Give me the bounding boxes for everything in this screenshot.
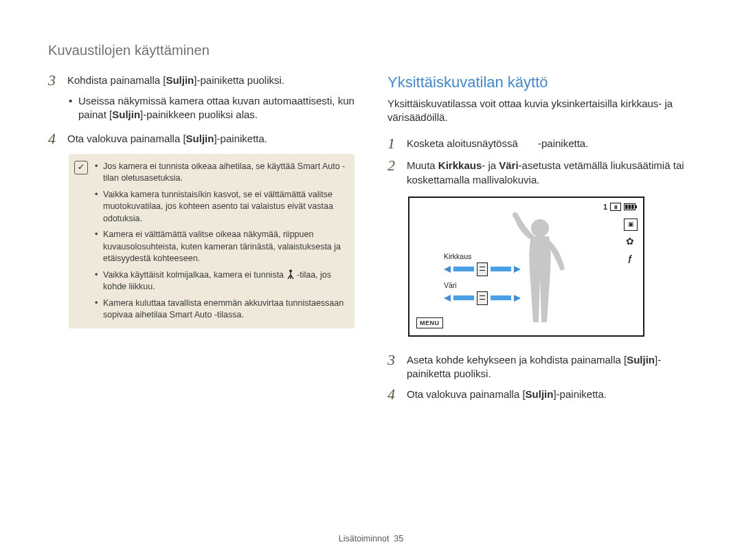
right-step-1: 1 Kosketa aloitusnäytössä -painiketta. bbox=[387, 135, 694, 152]
step-number: 3 bbox=[387, 352, 398, 381]
arrow-right-icon bbox=[514, 266, 521, 273]
arrow-left-icon bbox=[444, 266, 451, 273]
step-number: 3 bbox=[48, 72, 59, 89]
bold-kirkkaus: Kirkkaus bbox=[438, 159, 482, 171]
svg-rect-10 bbox=[629, 205, 631, 209]
note-item: Kamera ei välttämättä valitse oikeaa näk… bbox=[95, 229, 346, 265]
left-step3-subbullet: Useissa näkymissä kamera ottaa kuvan aut… bbox=[69, 94, 355, 122]
slider-labels: Kirkkaus Väri bbox=[444, 251, 521, 305]
step-text: Aseta kohde kehykseen ja kohdista painam… bbox=[407, 352, 694, 381]
shot-count: 1 bbox=[603, 202, 607, 212]
text: - ja bbox=[482, 159, 499, 171]
note-icon: ✓ bbox=[74, 161, 88, 175]
step-number: 2 bbox=[387, 157, 398, 187]
svg-rect-11 bbox=[631, 205, 634, 209]
step-text: Muuta Kirkkaus- ja Väri-asetusta vetämäl… bbox=[407, 157, 694, 187]
right-step-2: 2 Muuta Kirkkaus- ja Väri-asetusta vetäm… bbox=[387, 157, 694, 187]
bold-suljin: Suljin bbox=[526, 388, 554, 400]
status-bar: 1 Ⅲ bbox=[603, 202, 638, 212]
text: Vaikka käyttäisit kolmijalkaa, kamera ei… bbox=[103, 270, 286, 280]
slider-track bbox=[491, 295, 511, 300]
text: Kohdista painamalla [ bbox=[67, 74, 166, 86]
text: Ota valokuva painamalla [ bbox=[407, 388, 526, 400]
footer-page-number: 35 bbox=[394, 534, 403, 544]
bold-suljin: Suljin bbox=[166, 74, 194, 86]
svg-point-0 bbox=[289, 269, 292, 272]
svg-rect-9 bbox=[625, 205, 628, 209]
right-icon-stack: ▣ ✿ ƒ bbox=[624, 219, 638, 264]
tripod-icon bbox=[286, 269, 295, 279]
slider-track bbox=[491, 267, 511, 271]
footer-section: Lisätoiminnot bbox=[339, 534, 390, 544]
bold-suljin: Suljin bbox=[627, 354, 655, 366]
note-item: Vaikka käyttäisit kolmijalkaa, kamera ei… bbox=[95, 269, 346, 293]
slider-track bbox=[453, 267, 474, 271]
note-item: Kamera kuluttaa tavallista enemmän akkuv… bbox=[95, 298, 346, 322]
step-number: 4 bbox=[387, 386, 398, 403]
text: ]-painiketta puoliksi. bbox=[194, 74, 284, 86]
svg-rect-8 bbox=[636, 205, 637, 208]
text: Muuta bbox=[407, 159, 438, 171]
step-text: Kosketa aloitusnäytössä -painiketta. bbox=[407, 135, 588, 152]
arrow-right-icon bbox=[514, 295, 521, 302]
slider-handle bbox=[477, 262, 488, 276]
right-step-4: 4 Ota valokuva painamalla [Suljin]-paini… bbox=[387, 386, 694, 403]
text: ]-painiketta. bbox=[553, 388, 607, 400]
flash-icon: ✿ bbox=[624, 236, 636, 247]
right-column: Yksittäiskuvatilan käyttö Yksittäiskuvat… bbox=[387, 72, 694, 409]
text: Kosketa aloitusnäytössä bbox=[407, 137, 521, 149]
slider-handle bbox=[477, 291, 488, 305]
step-text: Kohdista painamalla [Suljin]-painiketta … bbox=[67, 72, 284, 89]
text: Aseta kohde kehykseen ja kohdista painam… bbox=[407, 354, 627, 366]
step-text: Ota valokuva painamalla [Suljin]-painike… bbox=[407, 386, 607, 403]
text: ]-painiketta. bbox=[214, 133, 267, 144]
step-number: 4 bbox=[48, 131, 59, 147]
bold-vari: Väri bbox=[499, 159, 518, 171]
svg-point-13 bbox=[513, 212, 518, 218]
brightness-label: Kirkkaus bbox=[444, 251, 521, 261]
bold-suljin: Suljin bbox=[112, 109, 140, 120]
note-item: Vaikka kamera tunnistaisíkin kasvot, se … bbox=[95, 189, 346, 225]
color-label: Väri bbox=[444, 280, 521, 290]
color-slider bbox=[444, 291, 521, 305]
svg-point-12 bbox=[531, 219, 549, 237]
arrow-left-icon bbox=[444, 295, 451, 302]
note-list: Jos kamera ei tunnista oikeaa aihetilaa,… bbox=[95, 161, 346, 322]
page: Kuvaustilojen käyttäminen 3 Kohdista pai… bbox=[0, 0, 742, 560]
menu-button: MENU bbox=[416, 317, 443, 328]
bold-suljin: Suljin bbox=[186, 133, 214, 144]
right-step-3: 3 Aseta kohde kehykseen ja kohdista pain… bbox=[387, 352, 694, 381]
battery-icon bbox=[624, 203, 638, 211]
left-step-3: 3 Kohdista painamalla [Suljin]-painikett… bbox=[48, 72, 355, 89]
text: Ota valokuva painamalla [ bbox=[67, 133, 186, 144]
step-text: Ota valokuva painamalla [Suljin]-painike… bbox=[67, 131, 267, 147]
text: -painiketta. bbox=[535, 137, 589, 149]
breadcrumb: Kuvaustilojen käyttäminen bbox=[48, 41, 694, 60]
camera-screen-illustration: 1 Ⅲ ▣ ✿ ƒ bbox=[408, 197, 644, 337]
section-title: Yksittäiskuvatilan käyttö bbox=[387, 72, 694, 93]
content-columns: 3 Kohdista painamalla [Suljin]-painikett… bbox=[48, 72, 694, 409]
svg-text:Ⅲ: Ⅲ bbox=[614, 205, 618, 210]
text: ]-painikkeen puoliksi alas. bbox=[140, 109, 258, 120]
mode-icon: ▣ bbox=[624, 219, 638, 231]
note-callout: ✓ Jos kamera ei tunnista oikeaa aihetila… bbox=[69, 154, 355, 328]
macro-icon: ƒ bbox=[624, 253, 636, 264]
brightness-slider bbox=[444, 262, 521, 276]
slider-track bbox=[453, 295, 474, 300]
section-intro: Yksittäiskuvatilassa voit ottaa kuvia yk… bbox=[387, 97, 694, 125]
step-number: 1 bbox=[387, 135, 398, 152]
left-column: 3 Kohdista painamalla [Suljin]-painikett… bbox=[48, 72, 355, 409]
left-step-4: 4 Ota valokuva painamalla [Suljin]-paini… bbox=[48, 131, 355, 147]
size-icon: Ⅲ bbox=[610, 203, 621, 211]
page-footer: Lisätoiminnot 35 bbox=[0, 533, 742, 545]
note-item: Jos kamera ei tunnista oikeaa aihetilaa,… bbox=[95, 161, 346, 185]
